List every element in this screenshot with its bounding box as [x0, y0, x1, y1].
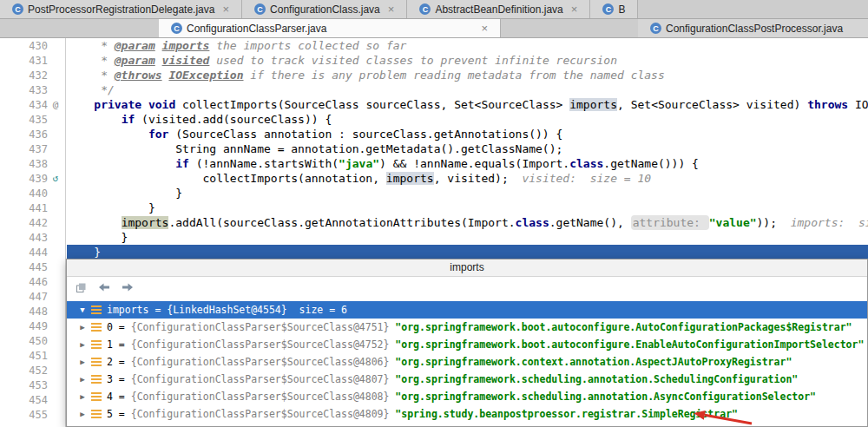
code-line-442[interactable]: imports.addAll(sourceClass.getAnnotation… [67, 215, 868, 230]
gutter-line-443[interactable]: 443 [0, 230, 65, 245]
back-icon[interactable] [98, 282, 110, 292]
gutter-line-433[interactable]: 433 [0, 82, 65, 97]
tab-4[interactable]: CB [590, 0, 638, 18]
gutter-line-434[interactable]: 434@ [0, 97, 65, 112]
line-number[interactable]: 435 [16, 114, 48, 126]
annotation-gutter-icon[interactable]: @ [48, 97, 63, 112]
variable-row-2[interactable]: ▶2 = {ConfigurationClassParser$SourceCla… [67, 353, 867, 371]
code-line-439[interactable]: collectImports(annotation, imports, visi… [67, 171, 868, 186]
line-number[interactable]: 439 [16, 173, 48, 185]
forward-icon[interactable] [122, 282, 134, 292]
code-line-430[interactable]: * @param imports the imports collected s… [67, 38, 868, 53]
tab-2[interactable]: CConfigurationClass.java× [242, 0, 407, 18]
line-number[interactable]: 444 [16, 246, 48, 259]
code-line-441[interactable]: } [67, 200, 868, 215]
line-number[interactable]: 440 [16, 187, 48, 200]
code-line-436[interactable]: for (SourceClass annotation : sourceClas… [67, 127, 868, 141]
line-number[interactable]: 452 [16, 365, 48, 377]
gutter-line-441[interactable]: 441 [0, 200, 65, 215]
chevron-right-icon[interactable]: ▶ [76, 375, 89, 384]
code-line-431[interactable]: * @param visited used to track visited c… [67, 53, 868, 68]
gutter-line-444[interactable]: 444 [0, 245, 65, 259]
line-number[interactable]: 454 [16, 394, 48, 406]
tab-label: ConfigurationClassParser.java [187, 23, 326, 35]
code-line-432[interactable]: * @throws IOException if there is any pr… [67, 68, 868, 82]
line-number[interactable]: 437 [16, 143, 48, 155]
gutter-line-437[interactable]: 437 [0, 141, 65, 156]
line-number[interactable]: 434 [16, 99, 48, 111]
line-number[interactable]: 441 [16, 202, 48, 214]
line-number[interactable]: 438 [16, 158, 48, 170]
tab-1[interactable]: CPostProcessorRegistrationDelegate.java× [0, 0, 242, 18]
chevron-right-icon[interactable]: ▶ [76, 323, 89, 332]
variable-row-1[interactable]: ▶1 = {ConfigurationClassParser$SourceCla… [67, 336, 867, 353]
gutter-line-432[interactable]: 432 [0, 68, 65, 82]
line-number[interactable]: 443 [16, 232, 48, 244]
variable-row-0[interactable]: ▶0 = {ConfigurationClassParser$SourceCla… [67, 319, 867, 336]
gutter-line-453[interactable]: 453 [0, 378, 65, 392]
gutter-line-442[interactable]: 442 [0, 215, 65, 230]
chevron-right-icon[interactable]: ▶ [76, 358, 89, 366]
close-icon[interactable]: × [481, 22, 488, 35]
gutter-line-448[interactable]: 448 [0, 304, 65, 319]
gutter-line-447[interactable]: 447 [0, 289, 65, 304]
code-line-438[interactable]: if (!annName.startsWith("java") && !annN… [67, 156, 868, 171]
line-number[interactable]: 431 [16, 55, 48, 67]
code-line-444[interactable]: } [67, 245, 868, 259]
gutter-line-450[interactable]: 450 [0, 333, 65, 348]
frames-icon[interactable] [76, 282, 87, 293]
line-number[interactable]: 451 [16, 350, 48, 362]
line-number[interactable]: 432 [16, 69, 48, 82]
code-line-440[interactable]: } [67, 186, 868, 200]
code-line-433[interactable]: */ [67, 82, 868, 97]
chevron-right-icon[interactable]: ▶ [76, 410, 89, 418]
line-number[interactable]: 446 [16, 276, 48, 288]
gutter-line-445[interactable]: 445 [0, 259, 65, 274]
close-icon[interactable]: × [222, 3, 229, 16]
gutter-line-452[interactable]: 452 [0, 363, 65, 378]
inspect-variable-popup: imports ▼imports = {LinkedHashSet@4554} … [66, 259, 868, 427]
chevron-right-icon[interactable]: ▶ [76, 392, 89, 401]
tab-configuration-class-post-processor[interactable]: C ConfigurationClassPostProcessor.java [638, 19, 868, 37]
gutter-line-435[interactable]: 435 [0, 112, 65, 127]
chevron-right-icon[interactable]: ▶ [76, 340, 89, 349]
gutter-line-455[interactable]: 455 [0, 407, 65, 422]
gutter-line-449[interactable]: 449 [0, 319, 65, 333]
close-icon[interactable]: × [388, 3, 395, 16]
line-number[interactable]: 445 [16, 261, 48, 273]
line-number[interactable]: 433 [16, 84, 48, 96]
gutter-line-430[interactable]: 430 [0, 38, 65, 53]
code-line-443[interactable]: } [67, 230, 868, 245]
line-number[interactable]: 455 [16, 409, 48, 421]
variable-row-4[interactable]: ▶4 = {ConfigurationClassParser$SourceCla… [67, 388, 867, 405]
gutter-line-440[interactable]: 440 [0, 186, 65, 200]
gutter-line-436[interactable]: 436 [0, 127, 65, 141]
variable-root-row[interactable]: ▼imports = {LinkedHashSet@4554} size = 6 [67, 301, 867, 319]
line-number[interactable]: 436 [16, 128, 48, 141]
variable-row-3[interactable]: ▶3 = {ConfigurationClassParser$SourceCla… [67, 371, 867, 388]
gutter-line-451[interactable]: 451 [0, 348, 65, 363]
line-number[interactable]: 447 [16, 291, 48, 303]
close-icon[interactable]: × [571, 3, 578, 16]
tab-configuration-class-parser[interactable]: C ConfigurationClassParser.java × [159, 19, 501, 37]
code-line-434[interactable]: private void collectImports(SourceClass … [67, 97, 868, 112]
recursive-call-icon[interactable]: ↺ [48, 171, 63, 186]
gutter-line-454[interactable]: 454 [0, 392, 65, 407]
code-line-437[interactable]: String annName = annotation.getMetadata(… [67, 141, 868, 156]
chevron-down-icon[interactable]: ▼ [76, 305, 89, 314]
line-number[interactable]: 450 [16, 335, 48, 347]
gutter-line-438[interactable]: 438 [0, 156, 65, 171]
line-number[interactable]: 430 [16, 40, 48, 52]
line-number[interactable]: 449 [16, 320, 48, 332]
gutter-line-446[interactable]: 446 [0, 274, 65, 289]
line-number[interactable]: 453 [16, 379, 48, 391]
code-line-435[interactable]: if (visited.add(sourceClass)) { [67, 112, 868, 127]
tab-3[interactable]: CAbstractBeanDefinition.java× [407, 0, 590, 18]
variable-row-5[interactable]: ▶5 = {ConfigurationClassParser$SourceCla… [67, 405, 867, 423]
gutter-line-431[interactable]: 431 [0, 53, 65, 68]
line-number[interactable]: 448 [16, 305, 48, 318]
line-number[interactable]: 442 [16, 217, 48, 229]
gutter-line-439[interactable]: 439↺ [0, 171, 65, 186]
variable-ref: {ConfigurationClassParser$SourceClass@48… [131, 391, 396, 403]
code-area[interactable]: * @param imports the imports collected s… [67, 38, 868, 259]
